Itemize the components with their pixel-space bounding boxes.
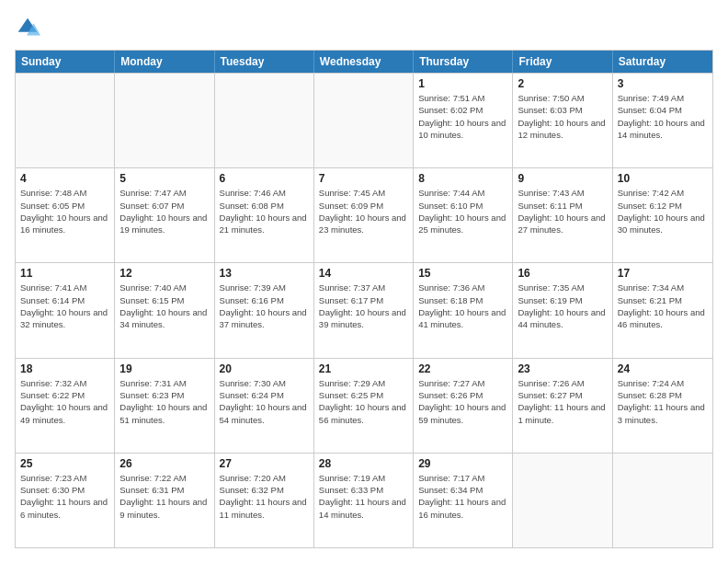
day-number: 5: [119, 172, 209, 185]
calendar-cell: 21Sunrise: 7:29 AM Sunset: 6:25 PM Dayli…: [314, 359, 414, 453]
calendar-cell: [215, 74, 314, 167]
calendar-row: 11Sunrise: 7:41 AM Sunset: 6:14 PM Dayli…: [16, 262, 712, 357]
day-info: Sunrise: 7:17 AM Sunset: 6:34 PM Dayligh…: [418, 472, 507, 521]
day-number: 25: [20, 457, 109, 470]
calendar-cell: 18Sunrise: 7:32 AM Sunset: 6:22 PM Dayli…: [16, 359, 115, 453]
weekday-header: Wednesday: [314, 51, 414, 73]
calendar-cell: 6Sunrise: 7:46 AM Sunset: 6:08 PM Daylig…: [215, 168, 314, 262]
calendar-cell: 4Sunrise: 7:48 AM Sunset: 6:05 PM Daylig…: [16, 168, 115, 262]
calendar-cell: 13Sunrise: 7:39 AM Sunset: 6:16 PM Dayli…: [215, 263, 314, 357]
calendar: SundayMondayTuesdayWednesdayThursdayFrid…: [15, 50, 713, 548]
calendar-cell: 8Sunrise: 7:44 AM Sunset: 6:10 PM Daylig…: [414, 168, 513, 262]
day-number: 23: [518, 362, 607, 375]
day-number: 22: [418, 362, 507, 375]
day-number: 11: [20, 267, 109, 280]
calendar-cell: [613, 454, 712, 547]
day-number: 1: [418, 77, 507, 90]
day-info: Sunrise: 7:29 AM Sunset: 6:25 PM Dayligh…: [319, 377, 408, 426]
calendar-cell: 9Sunrise: 7:43 AM Sunset: 6:11 PM Daylig…: [513, 168, 612, 262]
calendar-cell: [16, 74, 115, 167]
day-info: Sunrise: 7:31 AM Sunset: 6:23 PM Dayligh…: [119, 377, 209, 426]
day-number: 17: [618, 267, 708, 280]
calendar-cell: 25Sunrise: 7:23 AM Sunset: 6:30 PM Dayli…: [16, 454, 115, 547]
calendar-cell: 22Sunrise: 7:27 AM Sunset: 6:26 PM Dayli…: [414, 359, 513, 453]
day-number: 8: [418, 172, 507, 185]
calendar-cell: 27Sunrise: 7:20 AM Sunset: 6:32 PM Dayli…: [215, 454, 314, 547]
calendar-cell: 28Sunrise: 7:19 AM Sunset: 6:33 PM Dayli…: [314, 454, 414, 547]
page: SundayMondayTuesdayWednesdayThursdayFrid…: [0, 0, 728, 563]
weekday-header: Saturday: [613, 51, 712, 73]
logo: [15, 15, 44, 40]
day-info: Sunrise: 7:26 AM Sunset: 6:27 PM Dayligh…: [518, 377, 607, 426]
day-info: Sunrise: 7:41 AM Sunset: 6:14 PM Dayligh…: [20, 282, 109, 330]
day-info: Sunrise: 7:23 AM Sunset: 6:30 PM Dayligh…: [20, 472, 109, 521]
calendar-cell: 17Sunrise: 7:34 AM Sunset: 6:21 PM Dayli…: [613, 263, 712, 357]
day-number: 29: [418, 457, 507, 470]
calendar-cell: 29Sunrise: 7:17 AM Sunset: 6:34 PM Dayli…: [414, 454, 513, 547]
calendar-body: 1Sunrise: 7:51 AM Sunset: 6:02 PM Daylig…: [16, 73, 712, 547]
calendar-row: 25Sunrise: 7:23 AM Sunset: 6:30 PM Dayli…: [16, 453, 712, 547]
day-info: Sunrise: 7:37 AM Sunset: 6:17 PM Dayligh…: [319, 282, 408, 330]
day-number: 14: [319, 267, 408, 280]
day-number: 10: [618, 172, 708, 185]
day-info: Sunrise: 7:36 AM Sunset: 6:18 PM Dayligh…: [418, 282, 507, 330]
calendar-cell: 20Sunrise: 7:30 AM Sunset: 6:24 PM Dayli…: [215, 359, 314, 453]
weekday-header: Monday: [115, 51, 214, 73]
day-info: Sunrise: 7:24 AM Sunset: 6:28 PM Dayligh…: [618, 377, 708, 426]
day-number: 4: [20, 172, 109, 185]
day-number: 16: [518, 267, 607, 280]
calendar-cell: 11Sunrise: 7:41 AM Sunset: 6:14 PM Dayli…: [16, 263, 115, 357]
day-number: 18: [20, 362, 109, 375]
calendar-cell: 19Sunrise: 7:31 AM Sunset: 6:23 PM Dayli…: [115, 359, 214, 453]
day-info: Sunrise: 7:19 AM Sunset: 6:33 PM Dayligh…: [319, 472, 408, 521]
weekday-header: Friday: [513, 51, 612, 73]
weekday-header: Thursday: [414, 51, 513, 73]
calendar-cell: 7Sunrise: 7:45 AM Sunset: 6:09 PM Daylig…: [314, 168, 414, 262]
day-info: Sunrise: 7:44 AM Sunset: 6:10 PM Dayligh…: [418, 187, 507, 236]
calendar-cell: 5Sunrise: 7:47 AM Sunset: 6:07 PM Daylig…: [115, 168, 214, 262]
day-number: 12: [119, 267, 209, 280]
day-number: 19: [119, 362, 209, 375]
day-info: Sunrise: 7:32 AM Sunset: 6:22 PM Dayligh…: [20, 377, 109, 426]
day-info: Sunrise: 7:46 AM Sunset: 6:08 PM Dayligh…: [220, 187, 309, 236]
day-number: 24: [618, 362, 708, 375]
day-info: Sunrise: 7:22 AM Sunset: 6:31 PM Dayligh…: [119, 472, 209, 521]
calendar-cell: 23Sunrise: 7:26 AM Sunset: 6:27 PM Dayli…: [513, 359, 612, 453]
day-number: 3: [618, 77, 708, 90]
calendar-cell: 3Sunrise: 7:49 AM Sunset: 6:04 PM Daylig…: [613, 74, 712, 167]
day-info: Sunrise: 7:50 AM Sunset: 6:03 PM Dayligh…: [518, 92, 607, 141]
day-number: 2: [518, 77, 607, 90]
day-number: 6: [220, 172, 309, 185]
day-number: 7: [319, 172, 408, 185]
day-info: Sunrise: 7:27 AM Sunset: 6:26 PM Dayligh…: [418, 377, 507, 426]
calendar-header: SundayMondayTuesdayWednesdayThursdayFrid…: [16, 51, 712, 73]
day-info: Sunrise: 7:47 AM Sunset: 6:07 PM Dayligh…: [119, 187, 209, 236]
day-info: Sunrise: 7:40 AM Sunset: 6:15 PM Dayligh…: [119, 282, 209, 330]
day-number: 28: [319, 457, 408, 470]
calendar-cell: 24Sunrise: 7:24 AM Sunset: 6:28 PM Dayli…: [613, 359, 712, 453]
weekday-header: Sunday: [16, 51, 115, 73]
day-number: 9: [518, 172, 607, 185]
day-info: Sunrise: 7:51 AM Sunset: 6:02 PM Dayligh…: [418, 92, 507, 141]
calendar-row: 18Sunrise: 7:32 AM Sunset: 6:22 PM Dayli…: [16, 358, 712, 453]
calendar-cell: 14Sunrise: 7:37 AM Sunset: 6:17 PM Dayli…: [314, 263, 414, 357]
logo-icon: [15, 15, 40, 40]
day-info: Sunrise: 7:43 AM Sunset: 6:11 PM Dayligh…: [518, 187, 607, 236]
day-info: Sunrise: 7:49 AM Sunset: 6:04 PM Dayligh…: [618, 92, 708, 141]
calendar-cell: [314, 74, 414, 167]
day-info: Sunrise: 7:39 AM Sunset: 6:16 PM Dayligh…: [220, 282, 309, 330]
day-info: Sunrise: 7:42 AM Sunset: 6:12 PM Dayligh…: [618, 187, 708, 236]
calendar-cell: 15Sunrise: 7:36 AM Sunset: 6:18 PM Dayli…: [414, 263, 513, 357]
day-number: 26: [119, 457, 209, 470]
day-info: Sunrise: 7:34 AM Sunset: 6:21 PM Dayligh…: [618, 282, 708, 330]
day-info: Sunrise: 7:45 AM Sunset: 6:09 PM Dayligh…: [319, 187, 408, 236]
calendar-cell: 2Sunrise: 7:50 AM Sunset: 6:03 PM Daylig…: [513, 74, 612, 167]
day-number: 27: [220, 457, 309, 470]
calendar-cell: [513, 454, 612, 547]
calendar-cell: [115, 74, 214, 167]
calendar-cell: 1Sunrise: 7:51 AM Sunset: 6:02 PM Daylig…: [414, 74, 513, 167]
calendar-cell: 16Sunrise: 7:35 AM Sunset: 6:19 PM Dayli…: [513, 263, 612, 357]
calendar-row: 1Sunrise: 7:51 AM Sunset: 6:02 PM Daylig…: [16, 73, 712, 167]
day-info: Sunrise: 7:20 AM Sunset: 6:32 PM Dayligh…: [220, 472, 309, 521]
day-info: Sunrise: 7:48 AM Sunset: 6:05 PM Dayligh…: [20, 187, 109, 236]
